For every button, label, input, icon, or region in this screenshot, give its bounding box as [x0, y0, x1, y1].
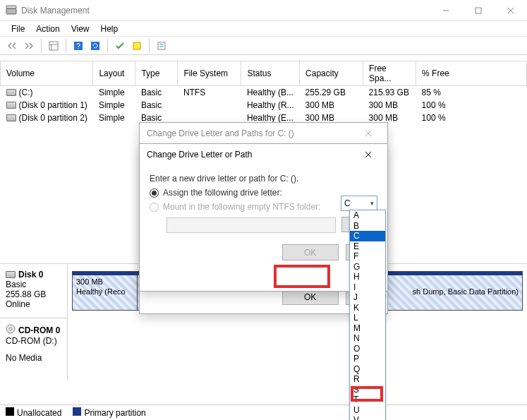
chevron-down-icon: ▾ — [370, 200, 374, 207]
svg-text:?: ? — [76, 42, 80, 50]
shield-icon[interactable] — [129, 38, 145, 54]
table-row[interactable]: (Disk 0 partition 1)SimpleBasicHealthy (… — [1, 99, 527, 112]
drive-letter-option[interactable]: H — [350, 272, 385, 282]
toolbar: ? — [0, 36, 527, 55]
cdrom-header: CD-ROM 0 — [6, 324, 61, 336]
drive-letter-option[interactable]: N — [350, 333, 385, 344]
mount-path-input — [166, 217, 336, 233]
col-pct[interactable]: % Free — [416, 61, 527, 86]
drive-letter-option[interactable]: I — [350, 282, 385, 293]
app-icon — [6, 5, 17, 16]
svg-point-17 — [9, 328, 12, 330]
dlg2-close-button[interactable] — [356, 145, 380, 164]
disk-icon — [6, 271, 16, 278]
drive-letter-option[interactable]: C — [350, 231, 385, 241]
table-row[interactable]: (C:)SimpleBasicNTFSHealthy (B...255.29 G… — [1, 86, 527, 100]
col-volume[interactable]: Volume — [1, 61, 93, 86]
drive-letter-option[interactable]: B — [350, 221, 385, 232]
menu-file[interactable]: File — [6, 23, 30, 35]
drive-letter-option[interactable]: K — [350, 303, 385, 313]
drive-letter-option[interactable]: G — [350, 262, 385, 272]
drive-letter-combo[interactable]: C▾ — [341, 196, 377, 211]
disk0-size: 255.88 GB — [6, 289, 61, 299]
drive-letter-option[interactable]: E — [350, 241, 385, 252]
window-title: Disk Management — [21, 6, 430, 16]
titlebar: Disk Management — [0, 0, 527, 21]
svg-rect-3 — [475, 8, 481, 13]
cdrom-dev: CD-ROM (D:) — [6, 336, 61, 346]
close-button[interactable] — [495, 0, 527, 21]
drive-letter-option[interactable]: R — [350, 374, 385, 385]
drive-letter-option[interactable]: O — [350, 344, 385, 354]
dlg2-prompt: Enter a new drive letter or path for C: … — [150, 174, 377, 184]
drive-letter-dropdown[interactable]: ABCEFGHIJKLMNOPQRSTUVWXYZ — [349, 210, 386, 420]
drive-letter-option[interactable]: M — [350, 323, 385, 334]
svg-rect-12 — [133, 42, 140, 49]
drive-letter-option[interactable]: L — [350, 313, 385, 323]
col-capacity[interactable]: Capacity — [300, 61, 363, 86]
list-icon[interactable] — [154, 38, 169, 54]
col-fs[interactable]: File System — [178, 61, 241, 86]
maximize-button[interactable] — [462, 0, 495, 21]
drive-letter-option[interactable]: S — [350, 385, 385, 395]
refresh-icon[interactable] — [87, 38, 103, 54]
drive-letter-option[interactable]: T — [350, 395, 385, 405]
menu-view[interactable]: View — [66, 23, 95, 35]
menu-action[interactable]: Action — [30, 23, 65, 35]
minimize-button[interactable] — [430, 0, 462, 21]
legend: Unallocated Primary partition — [0, 404, 527, 420]
check-icon[interactable] — [112, 38, 128, 54]
svg-rect-13 — [158, 42, 165, 49]
dlg2-title: Change Drive Letter or Path — [147, 150, 252, 160]
drive-letter-option[interactable]: F — [350, 251, 385, 262]
dlg1-title: Change Drive Letter and Paths for C: () — [147, 128, 294, 138]
forward-button[interactable] — [21, 38, 37, 54]
drive-letter-option[interactable]: J — [350, 292, 385, 303]
drive-letter-option[interactable]: Q — [350, 364, 385, 375]
svg-rect-11 — [91, 42, 99, 50]
col-type[interactable]: Type — [135, 61, 178, 86]
help-icon[interactable]: ? — [71, 38, 86, 54]
col-layout[interactable]: Layout — [93, 61, 135, 86]
dlg2-ok-button[interactable]: OK — [282, 244, 339, 260]
disk0-type: Basic — [6, 280, 61, 289]
disk0-header: Disk 0 — [6, 270, 61, 280]
volume-table: Volume Layout Type File System Status Ca… — [0, 61, 527, 124]
svg-rect-6 — [49, 42, 58, 50]
properties-icon[interactable] — [46, 38, 61, 54]
drive-letter-option[interactable]: P — [350, 354, 385, 364]
cdrom-status: No Media — [6, 353, 61, 363]
disk0-status: Online — [6, 299, 61, 309]
col-status[interactable]: Status — [241, 61, 300, 86]
svg-rect-1 — [6, 6, 16, 8]
back-button[interactable] — [4, 38, 20, 54]
drive-letter-option[interactable]: A — [350, 210, 385, 221]
menu-help[interactable]: Help — [95, 23, 124, 35]
col-free[interactable]: Free Spa... — [363, 61, 416, 86]
drive-letter-option[interactable]: U — [350, 405, 385, 416]
cdrom-icon — [6, 324, 16, 336]
menubar: File Action View Help — [0, 21, 527, 36]
dlg1-close-button[interactable] — [356, 124, 380, 143]
drive-letter-option[interactable]: V — [350, 415, 385, 420]
svg-rect-0 — [6, 8, 16, 14]
